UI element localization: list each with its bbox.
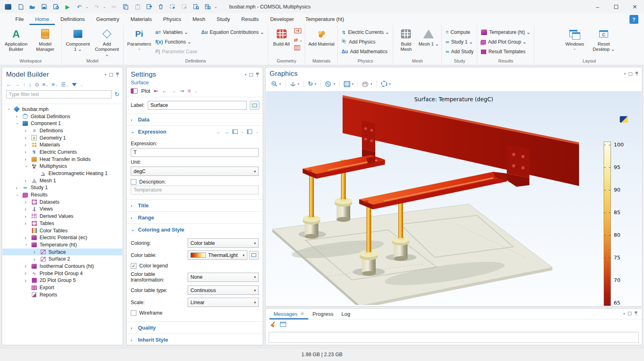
plot-last-icon[interactable]: ⇥ [180, 88, 184, 94]
tree-item-heat-transfer[interactable]: Heat Transfer in Solids [2, 156, 122, 163]
pin-panel-icon[interactable] [635, 72, 639, 76]
color-table-type-combobox[interactable]: Continuous▾ [188, 286, 259, 295]
reset-desktop-button[interactable]: C Reset Desktop ⌄ [590, 27, 617, 52]
add-material-button[interactable]: Add Material [307, 27, 335, 47]
zoom-tool[interactable]: ▾ [270, 80, 283, 88]
update-geometry-icon[interactable]: ⇄ ⌄ [294, 37, 303, 43]
rename-button[interactable] [250, 101, 259, 110]
scale-combobox[interactable]: Linear▾ [188, 298, 259, 307]
graphics-canvas[interactable]: Surface: Temperature (degC) [266, 91, 642, 306]
delete-icon[interactable] [155, 2, 166, 12]
section-title-header[interactable]: › Title [127, 200, 263, 211]
grid-tool[interactable]: ▾ [342, 80, 355, 88]
expander-icon[interactable] [25, 164, 31, 169]
expander-icon[interactable] [16, 185, 22, 191]
menu-temperature-ht[interactable]: Temperature (ht) [300, 13, 350, 25]
expander-icon[interactable] [7, 107, 14, 111]
section-coloring-header[interactable]: ⌄ Coloring and Style [127, 224, 263, 236]
expander-icon[interactable] [25, 135, 31, 141]
close-button[interactable]: ✕ [625, 0, 644, 13]
functions-button[interactable]: f(x) Functions ⌄ [154, 38, 199, 46]
model-manager-button[interactable]: Model Manager [31, 27, 59, 52]
plot-button[interactable]: Plot [141, 88, 150, 94]
tree-item-electric-potential[interactable]: Electric Potential (ec) [2, 234, 122, 241]
label-input[interactable] [148, 101, 247, 110]
tree-item-study-1[interactable]: ∞Study 1 [2, 184, 122, 192]
description-checkbox[interactable] [131, 179, 136, 185]
menu-geometry[interactable]: Geometry [90, 13, 125, 25]
panel-menu-icon[interactable]: ▾ [245, 73, 247, 77]
view-orientation-tool[interactable]: ▾ [288, 80, 301, 88]
virtual-operations-icon[interactable] [294, 45, 303, 52]
menu-results[interactable]: Results [236, 13, 264, 25]
tree-item-probe-plot-group-4[interactable]: ∿Probe Plot Group 4 [2, 270, 122, 277]
expander-icon[interactable] [25, 199, 31, 205]
expand-all-icon[interactable]: ≡⌄ [52, 81, 58, 88]
select-box-icon[interactable] [167, 2, 178, 12]
clear-messages-icon[interactable] [270, 321, 276, 327]
expander-icon[interactable] [25, 206, 31, 212]
show-icon[interactable]: ⊙ [35, 81, 39, 88]
tree-item-busbar[interactable]: busbar.mph [2, 106, 122, 113]
plot-in-icon[interactable]: = [188, 88, 191, 94]
expander-icon[interactable] [16, 193, 22, 197]
save-icon[interactable] [39, 2, 50, 12]
move-down-icon[interactable]: ↓ [29, 81, 32, 88]
panel-menu-icon[interactable]: ▾ [623, 312, 625, 316]
import-geometry-icon[interactable] [294, 28, 303, 35]
expander-icon[interactable] [33, 256, 40, 262]
compute-button[interactable]: = Compute [444, 28, 475, 36]
menu-materials[interactable]: Materials [125, 13, 157, 25]
mesh-1-button[interactable]: Mesh 1 ⌄ [418, 27, 439, 47]
add-component-button[interactable]: Add Component ⌄ [93, 27, 121, 57]
expander-icon[interactable] [25, 220, 31, 226]
parameters-button[interactable]: Pi Parameters ⌄ [126, 27, 153, 50]
electric-currents-button[interactable]: ↯ Electric Currents ⌄ [340, 28, 390, 36]
color-tool[interactable]: ▾ [360, 80, 374, 88]
tree-item-multiphysics[interactable]: Multiphysics [2, 163, 122, 170]
windows-button[interactable]: Windows ⌄ [561, 27, 588, 50]
expr-back-icon[interactable]: ← [216, 129, 221, 135]
expander-icon[interactable] [25, 142, 31, 148]
expr-forward-icon[interactable]: → [224, 129, 229, 135]
menu-physics[interactable]: Physics [157, 13, 187, 25]
result-templates-button[interactable]: Result Templates [480, 48, 531, 56]
collapse-all-icon[interactable]: ≡⌄ [42, 81, 48, 88]
expander-icon[interactable] [25, 127, 31, 134]
expander-icon[interactable] [16, 121, 22, 126]
plot-icon[interactable] [131, 88, 138, 94]
move-up-icon[interactable]: ↑ [23, 81, 26, 88]
transform-combobox[interactable]: None▾ [188, 273, 259, 282]
expander-icon[interactable] [25, 278, 31, 284]
menu-mesh[interactable]: Mesh [187, 13, 211, 25]
coloring-combobox[interactable]: Color table▾ [188, 238, 259, 248]
redo-icon[interactable]: ↷ [91, 2, 102, 12]
tree-item-reports[interactable]: Reports [2, 291, 122, 298]
menu-file[interactable]: File [10, 13, 29, 25]
cut-icon[interactable]: ✂ [109, 2, 119, 12]
paste-icon[interactable] [132, 2, 143, 12]
messages-content[interactable] [269, 332, 639, 343]
tree-item-electromagnetic-heating[interactable]: ⇘Electromagnetic Heating 1 [2, 170, 122, 177]
forward-icon[interactable]: → [15, 81, 20, 88]
float-panel-icon[interactable] [628, 312, 631, 315]
tree-item-surface-2[interactable]: Surface 2 [2, 255, 122, 263]
back-icon[interactable]: ← [6, 81, 11, 88]
variables-button[interactable]: a= Variables ⌄ [154, 28, 199, 36]
menu-study[interactable]: Study [211, 13, 236, 25]
section-expression-header[interactable]: ⌄ Expression ← → ⌄ ⌄ [127, 126, 263, 138]
tree-item-surface[interactable]: Surface [2, 248, 122, 256]
undo-icon[interactable]: ↶ [74, 2, 85, 12]
open-color-table-button[interactable] [249, 251, 259, 260]
tree-item-color-tables[interactable]: Color Tables [2, 227, 122, 234]
maximize-button[interactable] [607, 0, 625, 13]
redo-chevron-icon[interactable]: ⌄ [103, 5, 108, 9]
model-tree-nodes-icon[interactable]: ☰⌄ [61, 81, 69, 88]
expander-icon[interactable] [25, 242, 31, 247]
section-inherit-style-header[interactable]: › Inherit Style [127, 334, 263, 346]
equation-contributions-button[interactable]: Δu Equation Contributions ⌄ [200, 28, 266, 36]
tree-item-isothermal-contours[interactable]: Isothermal Contours (ht) [2, 263, 122, 270]
section-range-header[interactable]: › Range [127, 212, 263, 223]
tree-item-datasets[interactable]: Datasets [2, 198, 122, 206]
tree-item-geometry-1[interactable]: AGeometry 1 [2, 134, 122, 142]
